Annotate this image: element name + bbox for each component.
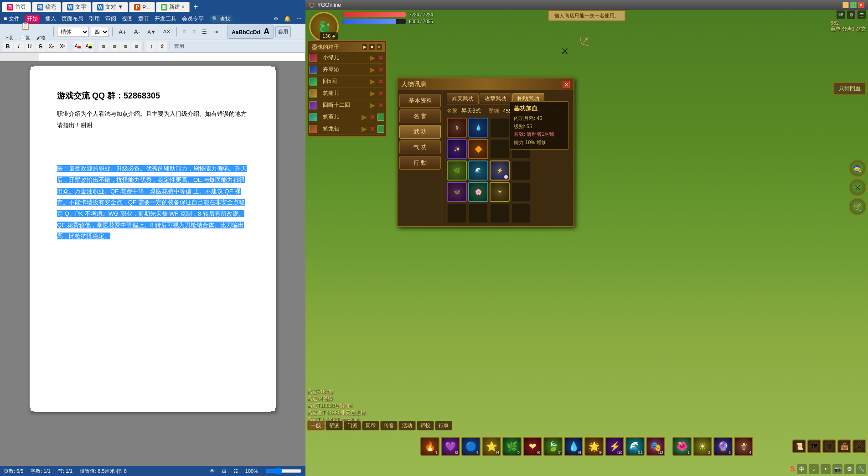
- increase-font-btn[interactable]: A+: [116, 26, 129, 37]
- skill-cell-3-1[interactable]: 🌸: [468, 182, 488, 202]
- skill-delete-6[interactable]: ✕: [369, 125, 376, 133]
- tab-word1[interactable]: W 文字: [62, 2, 91, 12]
- br-icon-map[interactable]: 🗺: [807, 440, 821, 453]
- menu-search[interactable]: 🔍查找: [209, 15, 233, 23]
- skill-row-5[interactable]: 筑萸儿 ▶ ✕: [309, 111, 385, 123]
- skill-slot-f3[interactable]: 🔵 f3: [461, 437, 480, 456]
- font-selector[interactable]: 楷体: [57, 27, 89, 37]
- line-spacing-btn[interactable]: ↕: [146, 41, 156, 52]
- zoom-slider[interactable]: [265, 467, 302, 475]
- apply-style-btn[interactable]: 套用: [275, 26, 291, 37]
- skill-arrow-5[interactable]: ▶: [361, 114, 368, 121]
- skill-arrow-2[interactable]: ▶: [369, 78, 376, 85]
- avatar-icon-2[interactable]: ⚔: [849, 179, 866, 196]
- skill-cell-1-1[interactable]: 🔶: [468, 139, 488, 159]
- skill-tab-attack[interactable]: 攻擊武功: [480, 93, 512, 104]
- chat-tab-sect[interactable]: 门派: [344, 421, 361, 430]
- close-button[interactable]: ✕: [858, 2, 864, 8]
- skill-cell-3-0[interactable]: 🦋: [447, 182, 467, 202]
- underline-button[interactable]: U: [25, 41, 35, 52]
- skill-row-4[interactable]: 回断十二回 ▶ ✕: [309, 99, 385, 111]
- skill-row-0[interactable]: 小绿儿 ▶ ✕: [309, 52, 385, 64]
- menu-dev[interactable]: 开发工具: [155, 15, 176, 23]
- minimap-icon[interactable]: 🗺: [836, 10, 845, 19]
- skill-delete-0[interactable]: ✕: [377, 54, 384, 62]
- skill-row-3[interactable]: 筑痛儿 ▶ ✕: [309, 88, 385, 99]
- tab-gaoke[interactable]: 稿 稿壳: [32, 2, 61, 12]
- br-icon-bag[interactable]: 👜: [837, 440, 851, 453]
- skill-cell-1-2[interactable]: [490, 139, 510, 159]
- br-icon-sword[interactable]: ⚔: [852, 440, 866, 453]
- tray-icon-1[interactable]: 中: [797, 464, 807, 474]
- nav-btn-skills[interactable]: 武 功: [399, 125, 441, 139]
- minimize-button[interactable]: _: [842, 2, 849, 8]
- skill-cell-3-2[interactable]: ☀: [490, 182, 510, 202]
- align-right-para[interactable]: ≡: [190, 26, 198, 37]
- skill-slot-1[interactable]: 🌺 1: [672, 437, 692, 456]
- skill-delete-3[interactable]: ✕: [377, 90, 384, 97]
- paste-button[interactable]: 📋: [19, 21, 32, 31]
- bell-icon[interactable]: 🔔: [284, 16, 291, 22]
- menu-reference[interactable]: 引用: [89, 15, 100, 23]
- skill-slot-2[interactable]: ☀ 2: [693, 437, 712, 456]
- tray-icon-dots[interactable]: •: [821, 464, 831, 474]
- tab-new[interactable]: 新 新建 ×: [156, 2, 190, 12]
- nav-btn-actions[interactable]: 行 動: [399, 156, 441, 170]
- skill-arrow-1[interactable]: ▶: [369, 66, 376, 73]
- skill-slot-f2[interactable]: 💜 f2: [441, 437, 460, 456]
- skill-slot-f7[interactable]: 🍃 f7: [543, 437, 563, 456]
- skill-slot-f11[interactable]: 🌊 f11: [625, 437, 645, 456]
- view-icon-normal[interactable]: 👁: [210, 468, 215, 474]
- list-btn[interactable]: ☰: [199, 26, 210, 37]
- font-settings-btn[interactable]: A▼: [145, 26, 159, 37]
- skill-delete-2[interactable]: ✕: [377, 78, 384, 85]
- para-spacing-btn[interactable]: ⇕: [157, 41, 167, 52]
- br-icon-gear[interactable]: ⚙: [822, 440, 836, 453]
- settings-icon[interactable]: ⚙: [274, 16, 279, 22]
- menu-review[interactable]: 审阅: [105, 15, 116, 23]
- skill-cell-2-0[interactable]: 🌿: [447, 160, 467, 181]
- align-center-btn[interactable]: ≡: [109, 41, 119, 52]
- skill-delete-1[interactable]: ✕: [377, 66, 384, 73]
- strikethrough-button[interactable]: S: [36, 41, 46, 52]
- font-color-btn[interactable]: A▄: [72, 41, 83, 52]
- maximize-button[interactable]: □: [850, 2, 857, 8]
- align-left-btn[interactable]: ≡: [98, 41, 108, 52]
- tab-word2[interactable]: W 文对 ▼: [92, 2, 128, 12]
- tray-icon-4[interactable]: ⚙: [844, 464, 854, 474]
- font-size-selector[interactable]: 四号: [91, 27, 109, 37]
- indent-btn[interactable]: ⇥: [211, 26, 221, 37]
- skill-row-6[interactable]: 筑龙包 ▶ ✕: [309, 123, 385, 135]
- tab-ppt[interactable]: P P...: [129, 2, 155, 12]
- chat-tab-general[interactable]: 一般: [307, 421, 325, 430]
- skill-cell-3-3[interactable]: [511, 182, 531, 202]
- skill-box-close[interactable]: ✕: [376, 44, 382, 50]
- skill-slot-f8[interactable]: 💧 f8: [564, 437, 583, 456]
- skill-cell-4-3[interactable]: [511, 203, 531, 223]
- skill-arrow-3[interactable]: ▶: [369, 90, 376, 97]
- skill-slot-f9[interactable]: 🌟 f9: [584, 437, 604, 456]
- skill-arrow-4[interactable]: ▶: [369, 102, 376, 109]
- skill-cell-0-1[interactable]: 💧: [468, 118, 488, 138]
- skill-delete-5[interactable]: ✕: [369, 114, 376, 121]
- menu-layout[interactable]: 页面布局: [62, 15, 83, 23]
- skill-slot-f6[interactable]: ❤ f6: [523, 437, 542, 456]
- skill-slot-f10[interactable]: ⚡ f10: [605, 437, 624, 456]
- italic-button[interactable]: I: [14, 41, 24, 52]
- tray-icon-2[interactable]: ♪: [809, 464, 819, 474]
- skill-cell-4-2[interactable]: [490, 203, 510, 223]
- skill-cell-2-3[interactable]: [511, 160, 531, 181]
- br-icon-scroll[interactable]: 📜: [792, 440, 806, 453]
- skill-row-2[interactable]: 回5回 ▶ ✕: [309, 76, 385, 88]
- skill-slot-4[interactable]: 🗡 4: [734, 437, 753, 456]
- skill-cell-1-0[interactable]: ✨: [447, 139, 467, 159]
- view-icon-layout[interactable]: ⊞: [222, 468, 226, 474]
- skill-cell-0-0[interactable]: 🗡: [447, 118, 467, 138]
- chat-tab-event[interactable]: 活动: [398, 421, 416, 430]
- highlight-btn[interactable]: A▄: [83, 41, 93, 52]
- skill-slot-f1[interactable]: 🔥 f1: [420, 437, 439, 456]
- skill-slot-f5[interactable]: 🌿 f5: [502, 437, 522, 456]
- menu-game-icon[interactable]: ☰: [857, 10, 866, 19]
- right-side-button[interactable]: 只骨回血: [833, 82, 866, 95]
- skill-cell-0-2[interactable]: [490, 118, 510, 138]
